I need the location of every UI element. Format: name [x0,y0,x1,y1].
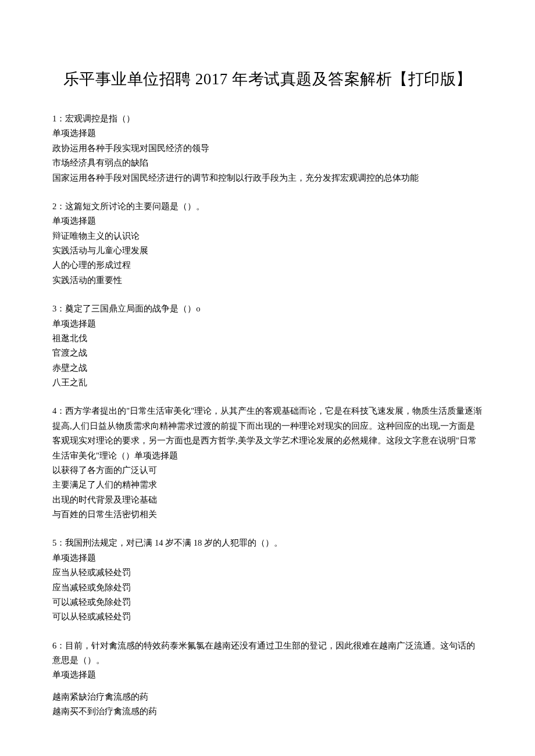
document-page: 乐平事业单位招聘 2017 年考试真题及答案解析【打印版】 1：宏观调控是指（）… [0,0,535,756]
question-3: 3：奠定了三国鼎立局面的战争是（）o 单项选择题 祖逖北伐 官渡之战 赤壁之战 … [52,302,483,390]
question-option: 国家运用各种手段对国民经济进行的调节和控制以行政手段为主，充分发挥宏观调控的总体… [52,171,483,185]
question-stem: 1：宏观调控是指（） [52,112,483,126]
question-option: 祖逖北伐 [52,331,483,346]
question-option: 实践活动与儿童心理发展 [52,243,483,258]
question-option: 赤壁之战 [52,361,483,375]
question-option: 可以减轻或免除处罚 [52,595,483,610]
question-option: 可以从轻或减轻处罚 [52,610,483,624]
question-stem: 3：奠定了三国鼎立局面的战争是（）o [52,302,483,316]
question-option: 出现的时代背景及理论基础 [52,493,483,507]
question-5: 5：我国刑法规定，对已满 14 岁不满 18 岁的人犯罪的（）。 单项选择题 应… [52,536,483,624]
question-type: 单项选择题 [52,317,483,331]
question-1: 1：宏观调控是指（） 单项选择题 政协运用各种手段实现对国民经济的领导 市场经济… [52,112,483,185]
question-option: 辩证唯物主义的认识论 [52,229,483,243]
question-type: 单项选择题 [52,214,483,228]
question-type: 单项选择题 [52,551,483,565]
question-2: 2：这篇短文所讨论的主要问题是（）。 单项选择题 辩证唯物主义的认识论 实践活动… [52,199,483,288]
question-4: 4：西方学者提出的"日常生活审美化"理论，从其产生的客观基础而论，它是在科技飞速… [52,404,483,522]
question-option: 政协运用各种手段实现对国民经济的领导 [52,141,483,156]
question-option: 八王之乱 [52,375,483,390]
question-stem: 6：目前，针对禽流感的特效药泰米氟氯在越南还没有通过卫生部的登记，因此很难在越南… [52,639,483,668]
question-option: 以获得了各方面的广泛认可 [52,463,483,478]
question-option: 主要满足了人们的精神需求 [52,478,483,492]
question-6: 6：目前，针对禽流感的特效药泰米氟氯在越南还没有通过卫生部的登记，因此很难在越南… [52,639,483,719]
question-option: 越南买不到治疗禽流感的药 [52,704,483,719]
question-option: 实践活动的重要性 [52,273,483,288]
question-stem: 2：这篇短文所讨论的主要问题是（）。 [52,199,483,214]
question-option: 官渡之战 [52,346,483,360]
question-option: 人的心理的形成过程 [52,258,483,273]
question-option: 市场经济具有弱点的缺陷 [52,156,483,170]
question-option: 越南紧缺治疗禽流感的药 [52,690,483,704]
question-option: 应当从轻或减轻处罚 [52,565,483,580]
question-stem: 4：西方学者提出的"日常生活审美化"理论，从其产生的客观基础而论，它是在科技飞速… [52,404,483,463]
question-stem: 5：我国刑法规定，对已满 14 岁不满 18 岁的人犯罪的（）。 [52,536,483,550]
page-title: 乐平事业单位招聘 2017 年考试真题及答案解析【打印版】 [52,69,483,89]
question-type: 单项选择题 [52,668,483,682]
question-type: 单项选择题 [52,126,483,141]
question-option: 应当减轻或免除处罚 [52,581,483,595]
question-option: 与百姓的日常生活密切相关 [52,507,483,522]
